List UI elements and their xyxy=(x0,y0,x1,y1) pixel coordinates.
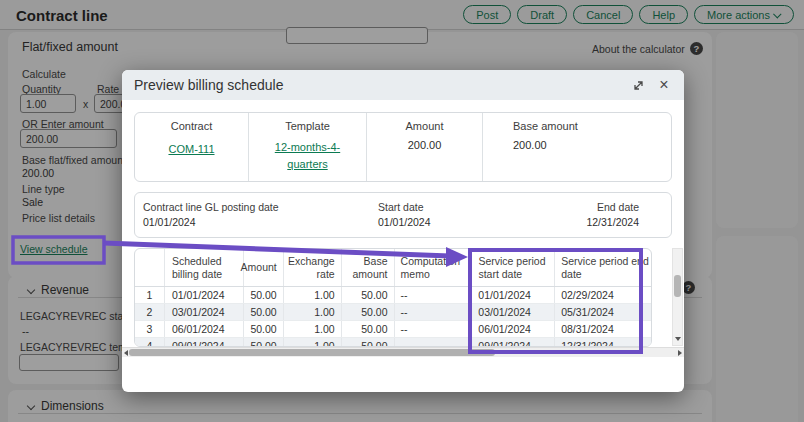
triangle-left-icon xyxy=(124,350,128,356)
horizontal-scrollbar-thumb[interactable] xyxy=(129,349,495,356)
triangle-down-icon xyxy=(675,337,681,341)
column-header-exchange-rate: Exchange rate xyxy=(284,249,342,286)
end-date-label: End date xyxy=(597,201,639,213)
table-row: 409/01/202450.001.0050.00--09/01/202412/… xyxy=(135,338,651,347)
column-header-row-number xyxy=(135,249,165,286)
billing-table: Scheduled billing dateAmountExchange rat… xyxy=(134,248,652,347)
table-cell-row-number: 1 xyxy=(135,287,165,303)
table-row: 203/01/202450.001.0050.00--03/01/202405/… xyxy=(135,304,651,321)
summary-card: Contract COM-111 Template 12-months-4-qu… xyxy=(134,112,672,182)
table-cell-service-period-start-date: 06/01/2024 xyxy=(472,321,555,337)
table-cell-row-number: 3 xyxy=(135,321,165,337)
table-cell-amount: 50.00 xyxy=(244,321,284,337)
vertical-scrollbar[interactable] xyxy=(672,248,683,346)
table-cell-base-amount: 50.00 xyxy=(342,304,395,320)
summary-template: Template 12-months-4-quarters xyxy=(249,113,367,181)
summary-amount: Amount 200.00 xyxy=(367,113,483,181)
table-cell-computation-memo: -- xyxy=(395,338,473,347)
column-header-service-period-start-date: Service period start date xyxy=(472,249,555,286)
table-cell-base-amount: 50.00 xyxy=(342,287,395,303)
column-header-service-period-end-date: Service period end date xyxy=(555,249,651,286)
table-cell-computation-memo: -- xyxy=(395,321,473,337)
scroll-right-button[interactable] xyxy=(676,348,684,358)
table-cell-row-number: 2 xyxy=(135,304,165,320)
horizontal-scrollbar[interactable] xyxy=(122,347,684,357)
table-row: 101/01/202450.001.0050.00--01/01/202402/… xyxy=(135,287,651,304)
contract-link[interactable]: COM-111 xyxy=(168,141,214,158)
table-cell-base-amount: 50.00 xyxy=(342,321,395,337)
table-cell-scheduled-billing-date: 09/01/2024 xyxy=(165,338,244,347)
table-cell-exchange-rate: 1.00 xyxy=(284,304,342,320)
table-cell-scheduled-billing-date: 01/01/2024 xyxy=(165,287,244,303)
table-row: 306/01/202450.001.0050.00--06/01/202408/… xyxy=(135,321,651,338)
preview-billing-schedule-modal: Preview billing schedule × Contract COM-… xyxy=(122,70,684,392)
expand-icon[interactable] xyxy=(630,77,646,93)
vertical-scrollbar-thumb[interactable] xyxy=(674,275,681,297)
template-link[interactable]: 12-months-4-quarters xyxy=(260,139,356,172)
scroll-down-button[interactable] xyxy=(673,333,682,345)
table-cell-amount: 50.00 xyxy=(244,304,284,320)
summary-contract: Contract COM-111 xyxy=(135,113,249,181)
summary-base-amount: Base amount 200.00 xyxy=(483,113,671,181)
column-header-amount: Amount xyxy=(244,249,284,286)
modal-header: Preview billing schedule × xyxy=(122,70,684,100)
table-cell-exchange-rate: 1.00 xyxy=(284,338,342,347)
table-cell-computation-memo: -- xyxy=(395,287,473,303)
table-cell-service-period-end-date: 08/31/2024 xyxy=(555,321,651,337)
gl-posting-date-label: Contract line GL posting date xyxy=(143,201,279,213)
column-header-scheduled-billing-date: Scheduled billing date xyxy=(165,249,244,286)
table-cell-amount: 50.00 xyxy=(244,287,284,303)
close-icon[interactable]: × xyxy=(656,77,672,93)
start-date-label: Start date xyxy=(378,201,424,213)
modal-title: Preview billing schedule xyxy=(134,77,283,93)
start-date-value: 01/01/2024 xyxy=(378,216,431,228)
app-screen: Contract line Post Draft Cancel Help Mor… xyxy=(0,0,804,422)
table-cell-service-period-start-date: 01/01/2024 xyxy=(472,287,555,303)
table-cell-scheduled-billing-date: 03/01/2024 xyxy=(165,304,244,320)
triangle-right-icon xyxy=(678,350,682,356)
dates-card: Contract line GL posting date 01/01/2024… xyxy=(134,192,672,238)
gl-posting-date-value: 01/01/2024 xyxy=(143,216,196,228)
table-cell-service-period-end-date: 02/29/2024 xyxy=(555,287,651,303)
table-header-row: Scheduled billing dateAmountExchange rat… xyxy=(135,249,651,287)
column-header-computation-memo: Computation memo xyxy=(395,249,473,286)
table-cell-service-period-end-date: 05/31/2024 xyxy=(555,304,651,320)
column-header-base-amount: Base amount xyxy=(342,249,395,286)
table-cell-amount: 50.00 xyxy=(244,338,284,347)
table-cell-base-amount: 50.00 xyxy=(342,338,395,347)
table-cell-service-period-end-date: 12/31/2024 xyxy=(555,338,651,347)
table-cell-service-period-start-date: 03/01/2024 xyxy=(472,304,555,320)
table-cell-computation-memo: -- xyxy=(395,304,473,320)
table-cell-exchange-rate: 1.00 xyxy=(284,321,342,337)
table-cell-scheduled-billing-date: 06/01/2024 xyxy=(165,321,244,337)
end-date-value: 12/31/2024 xyxy=(586,216,639,228)
table-cell-row-number: 4 xyxy=(135,338,165,347)
table-cell-service-period-start-date: 09/01/2024 xyxy=(472,338,555,347)
table-cell-exchange-rate: 1.00 xyxy=(284,287,342,303)
